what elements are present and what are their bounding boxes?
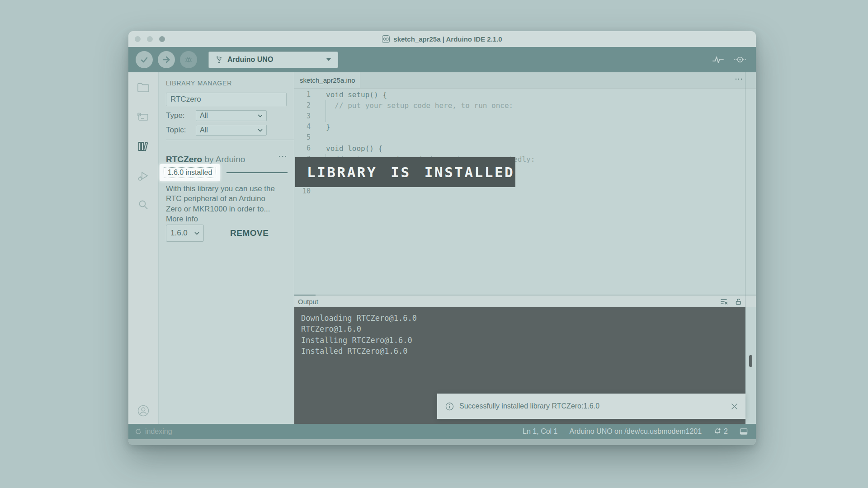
window-bottom-edge bbox=[128, 439, 756, 445]
status-bar: indexing Ln 1, Col 1 Arduino UNO on /dev… bbox=[128, 424, 756, 439]
debug-button[interactable] bbox=[180, 51, 197, 68]
code-line: 2 // put your setup code here, to run on… bbox=[294, 100, 756, 111]
line-number: 4 bbox=[294, 122, 311, 132]
line-number: 3 bbox=[294, 111, 311, 122]
indexing-status: indexing bbox=[135, 427, 172, 436]
zoom-window-button[interactable] bbox=[159, 36, 165, 42]
library-manager-panel: LIBRARY MANAGER Type: All Topic: All RTC… bbox=[158, 72, 294, 424]
output-toolbar bbox=[721, 298, 742, 305]
sidebar-item-boards-manager[interactable] bbox=[135, 109, 151, 125]
remove-button[interactable]: REMOVE bbox=[227, 228, 271, 239]
close-icon[interactable] bbox=[731, 404, 737, 409]
notification-toast: Successfully installed library RTCZero:1… bbox=[437, 394, 745, 419]
traffic-lights bbox=[135, 36, 165, 42]
more-info-link[interactable]: More info bbox=[166, 214, 275, 224]
chevron-down-icon bbox=[194, 232, 199, 235]
autoscroll-lock-icon[interactable] bbox=[735, 298, 742, 305]
console-line: RTCZero@1.6.0 bbox=[301, 324, 745, 334]
library-entry-menu-icon[interactable] bbox=[278, 155, 287, 158]
board-port-status[interactable]: Arduino UNO on /dev/cu.usbmodem1201 bbox=[569, 427, 702, 436]
sidebar-item-sketchbook[interactable] bbox=[135, 80, 151, 96]
topic-filter-select[interactable]: All bbox=[196, 125, 267, 136]
console-line: Downloading RTCZero@1.6.0 bbox=[301, 313, 745, 324]
activity-sidebar bbox=[128, 72, 158, 424]
clear-output-icon[interactable] bbox=[721, 298, 728, 305]
verify-button[interactable] bbox=[136, 51, 153, 68]
serial-plotter-icon[interactable] bbox=[712, 55, 724, 65]
code-text: // put your setup code here, to run once… bbox=[326, 100, 513, 111]
board-selector-value: Arduino UNO bbox=[227, 56, 273, 64]
checkmark-icon bbox=[140, 55, 149, 64]
line-number: 2 bbox=[294, 100, 311, 111]
serial-monitor-icon[interactable] bbox=[733, 55, 747, 65]
topic-filter-label: Topic: bbox=[166, 126, 196, 135]
code-line: 10 bbox=[294, 186, 756, 197]
type-filter-select[interactable]: All bbox=[196, 110, 267, 121]
topic-filter-value: All bbox=[200, 126, 208, 134]
version-select[interactable]: 1.6.0 bbox=[166, 225, 204, 242]
library-description: With this library you can use the RTC pe… bbox=[166, 184, 275, 224]
debugger-icon bbox=[184, 55, 193, 64]
sidebar-item-search[interactable] bbox=[135, 197, 151, 213]
console-line: Installing RTCZero@1.6.0 bbox=[301, 335, 745, 346]
line-number: 10 bbox=[294, 186, 311, 197]
editor-scrollbar-gutter bbox=[745, 72, 745, 424]
debug-play-icon bbox=[136, 168, 151, 183]
main-content: LIBRARY MANAGER Type: All Topic: All RTC… bbox=[128, 72, 756, 424]
board-selector[interactable]: Arduino UNO bbox=[208, 52, 338, 68]
chevron-down-icon bbox=[258, 129, 263, 132]
toolbar: Arduino UNO bbox=[128, 47, 756, 72]
type-filter-value: All bbox=[200, 112, 208, 120]
annotation-banner: LIBRARY IS INSTALLED bbox=[295, 157, 515, 187]
code-text: void loop() { bbox=[326, 143, 382, 154]
indexing-label: indexing bbox=[145, 427, 172, 436]
console-scrollbar-thumb[interactable] bbox=[749, 355, 752, 367]
bell-icon bbox=[713, 427, 722, 436]
description-line: Zero or MKR1000 in order to... bbox=[166, 204, 275, 214]
sidebar-item-account[interactable] bbox=[128, 404, 158, 418]
info-icon bbox=[445, 402, 454, 411]
library-search-input[interactable] bbox=[166, 93, 287, 106]
close-window-button[interactable] bbox=[135, 36, 141, 42]
arduino-ide-window: sketch_apr25a | Arduino IDE 2.1.0 bbox=[128, 31, 756, 445]
notification-count: 2 bbox=[724, 427, 728, 436]
code-text: } bbox=[326, 122, 330, 132]
version-value: 1.6.0 bbox=[170, 229, 188, 238]
status-bar-right: Ln 1, Col 1 Arduino UNO on /dev/cu.usbmo… bbox=[523, 427, 748, 436]
annotation-highlight-box: 1.6.0 installed bbox=[160, 164, 220, 181]
panel-divider bbox=[166, 140, 294, 140]
notifications-indicator[interactable]: 2 bbox=[713, 427, 728, 436]
description-line: RTC peripheral of an Arduino bbox=[166, 194, 275, 204]
sidebar-item-library-manager[interactable] bbox=[135, 138, 151, 155]
chevron-down-icon bbox=[258, 114, 263, 117]
console-line: Installed RTCZero@1.6.0 bbox=[301, 346, 745, 357]
panel-title: LIBRARY MANAGER bbox=[166, 80, 287, 87]
arduino-app-icon bbox=[382, 35, 390, 43]
search-icon bbox=[136, 197, 151, 213]
toast-message: Successfully installed library RTCZero:1… bbox=[459, 402, 599, 410]
tab-options-icon[interactable] bbox=[735, 78, 742, 80]
code-line: 1void setup() { bbox=[294, 89, 756, 100]
code-line: 5 bbox=[294, 132, 756, 143]
usb-icon bbox=[216, 55, 222, 64]
editor-column: sketch_apr25a.ino 1void setup() {2 // pu… bbox=[294, 72, 756, 424]
output-tab-indicator bbox=[294, 295, 316, 296]
code-line: 4} bbox=[294, 122, 756, 132]
tab-sketch[interactable]: sketch_apr25a.ino bbox=[294, 72, 360, 88]
upload-button[interactable] bbox=[158, 51, 175, 68]
code-line: 6void loop() { bbox=[294, 143, 756, 154]
window-title-group: sketch_apr25a | Arduino IDE 2.1.0 bbox=[382, 35, 502, 43]
code-line: 3 bbox=[294, 111, 756, 122]
annotation-banner-text: LIBRARY IS INSTALLED bbox=[307, 164, 514, 180]
cursor-position[interactable]: Ln 1, Col 1 bbox=[523, 427, 557, 436]
sidebar-item-debug[interactable] bbox=[135, 168, 151, 184]
tab-output[interactable]: Output bbox=[298, 298, 318, 305]
line-number: 1 bbox=[294, 89, 311, 100]
type-filter-row: Type: All bbox=[166, 110, 287, 121]
line-number: 5 bbox=[294, 132, 311, 143]
toggle-panel-icon[interactable] bbox=[740, 428, 748, 435]
titlebar: sketch_apr25a | Arduino IDE 2.1.0 bbox=[128, 31, 756, 47]
code-editor[interactable]: 1void setup() {2 // put your setup code … bbox=[294, 89, 756, 295]
minimize-window-button[interactable] bbox=[147, 36, 153, 42]
arrow-right-icon bbox=[162, 55, 171, 64]
